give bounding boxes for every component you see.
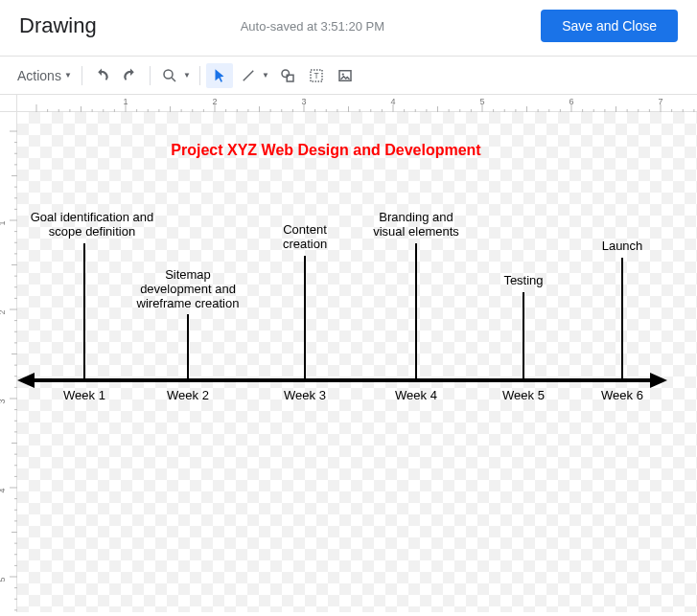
undo-button[interactable]: [88, 63, 115, 88]
svg-text:3: 3: [0, 399, 7, 403]
svg-text:Testing: Testing: [503, 273, 543, 287]
svg-text:Goal identification and: Goal identification and: [31, 210, 154, 224]
separator: [81, 66, 82, 85]
undo-icon: [93, 67, 110, 84]
svg-text:4: 4: [0, 488, 7, 492]
svg-text:Week 2: Week 2: [167, 388, 209, 402]
svg-text:Content: Content: [283, 222, 327, 237]
svg-line-1: [172, 78, 175, 81]
textbox-tool-button[interactable]: T: [303, 63, 330, 88]
svg-text:Week 3: Week 3: [284, 388, 326, 402]
dialog-header: Drawing Auto-saved at 3:51:20 PM Save an…: [0, 0, 697, 57]
save-and-close-button[interactable]: Save and Close: [541, 10, 678, 42]
canvas-area: 1234567 12345 Project XYZ Web Design and…: [0, 95, 697, 612]
diagram-title: Project XYZ Web Design and Development: [171, 142, 481, 158]
shape-icon: [279, 67, 296, 84]
svg-text:5: 5: [0, 577, 7, 582]
timeline-item: Content creation Week 3: [283, 222, 327, 402]
svg-point-3: [282, 70, 290, 78]
drawing-canvas[interactable]: Project XYZ Web Design and Development G…: [17, 112, 697, 612]
line-icon: [240, 67, 257, 84]
svg-text:Week 6: Week 6: [601, 388, 643, 402]
actions-menu-button[interactable]: Actions ▼: [13, 64, 76, 87]
horizontal-ruler: 1234567: [17, 95, 697, 112]
svg-text:T: T: [314, 72, 318, 80]
autosave-status: Auto-saved at 3:51:20 PM: [241, 19, 541, 34]
actions-label: Actions: [17, 68, 61, 83]
ruler-corner: [0, 95, 17, 112]
svg-text:Week 1: Week 1: [63, 388, 105, 402]
line-tool-button[interactable]: [235, 63, 262, 88]
vertical-ruler: 12345: [0, 112, 17, 612]
svg-text:1: 1: [0, 220, 7, 225]
svg-text:Launch: Launch: [602, 239, 643, 253]
zoom-dropdown[interactable]: ▼: [182, 71, 192, 80]
chevron-down-icon: ▼: [64, 71, 72, 80]
svg-text:development and: development and: [140, 282, 236, 296]
timeline-item: Testing Week 5: [502, 273, 545, 402]
line-dropdown[interactable]: ▼: [261, 71, 270, 80]
svg-point-0: [164, 70, 173, 79]
redo-icon: [122, 67, 139, 84]
textbox-icon: T: [308, 67, 325, 84]
timeline-item: Branding and visual elements Week 4: [373, 210, 459, 402]
drawing-content: Project XYZ Web Design and Development G…: [17, 112, 697, 614]
svg-text:Week 5: Week 5: [502, 388, 545, 402]
svg-text:scope definition: scope definition: [49, 224, 135, 239]
dialog-title: Drawing: [19, 13, 97, 38]
svg-text:Branding and: Branding and: [379, 210, 453, 224]
svg-point-8: [341, 73, 343, 75]
redo-button[interactable]: [117, 63, 144, 88]
svg-text:2: 2: [0, 309, 7, 314]
svg-text:Sitemap: Sitemap: [165, 267, 211, 282]
toolbar: Actions ▼ ▼ ▼ T: [0, 57, 697, 95]
select-tool-button[interactable]: [206, 63, 233, 88]
separator: [199, 66, 200, 85]
svg-text:Week 4: Week 4: [395, 388, 437, 402]
arrowhead-right-icon: [650, 373, 667, 388]
zoom-icon: [161, 67, 178, 84]
shape-tool-button[interactable]: [274, 63, 301, 88]
cursor-icon: [211, 67, 228, 84]
svg-text:visual elements: visual elements: [373, 224, 459, 239]
zoom-button[interactable]: [156, 63, 183, 88]
timeline-item: Goal identification and scope definition…: [31, 210, 154, 402]
arrowhead-left-icon: [17, 373, 35, 388]
timeline-item: Launch Week 6: [601, 239, 643, 402]
separator: [150, 66, 151, 85]
image-tool-button[interactable]: [332, 63, 359, 88]
svg-line-2: [244, 70, 254, 80]
image-icon: [337, 67, 354, 84]
svg-text:wireframe creation: wireframe creation: [136, 296, 240, 310]
svg-text:creation: creation: [283, 237, 327, 251]
